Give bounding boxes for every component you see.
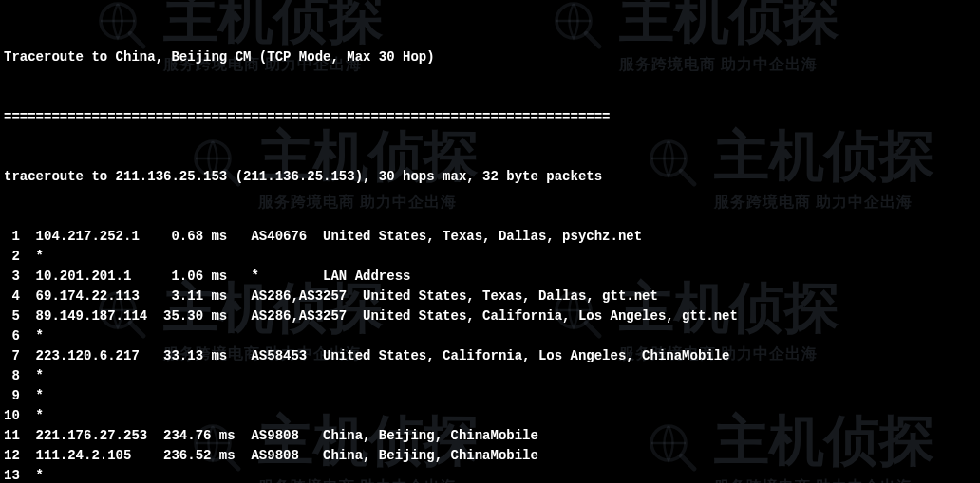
hop-row: 4 69.174.22.113 3.11 ms AS286,AS3257 Uni… [4,287,976,307]
hop-row: 5 89.149.187.114 35.30 ms AS286,AS3257 U… [4,307,976,326]
hop-row: 13 * [4,466,976,483]
traceroute-cmdline: traceroute to 211.136.25.153 (211.136.25… [4,167,976,187]
hop-row: 12 111.24.2.105 236.52 ms AS9808 China, … [4,446,976,466]
traceroute-title: Traceroute to China, Beijing CM (TCP Mod… [4,47,976,67]
hop-row: 7 223.120.6.217 33.13 ms AS58453 United … [4,346,976,366]
hop-row: 2 * [4,247,976,267]
hop-row: 9 * [4,386,976,406]
terminal-output[interactable]: Traceroute to China, Beijing CM (TCP Mod… [4,8,976,483]
hop-row: 3 10.201.201.1 1.06 ms * LAN Address [4,267,976,287]
hop-row: 8 * [4,366,976,386]
separator-line: ========================================… [4,107,976,127]
hop-row: 1 104.217.252.1 0.68 ms AS40676 United S… [4,227,976,247]
hop-row: 6 * [4,326,976,346]
hop-row: 11 221.176.27.253 234.76 ms AS9808 China… [4,426,976,446]
hop-row: 10 * [4,406,976,426]
